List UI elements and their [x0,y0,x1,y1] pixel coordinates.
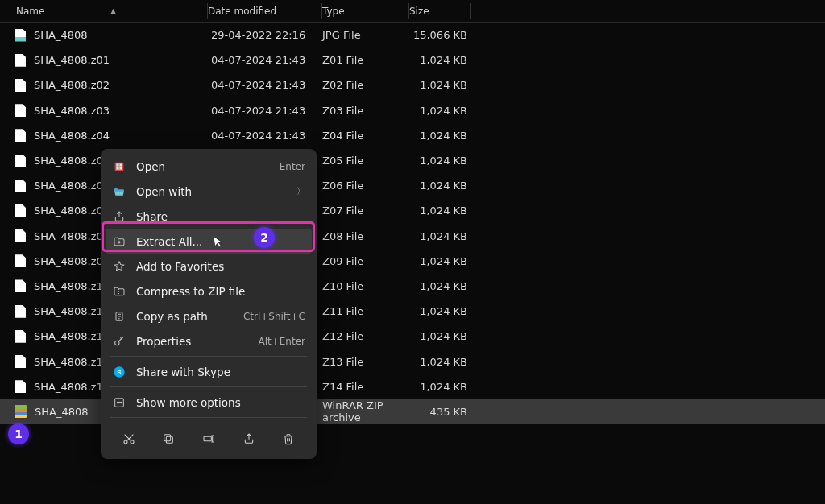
file-date: 04-07-2024 21:43 [208,79,322,91]
file-name: SHA_4808 [34,29,88,41]
file-type: WinRAR ZIP archive [322,399,409,423]
svg-rect-4 [120,167,122,169]
svg-rect-15 [167,436,173,443]
file-name: SHA_4808.z01 [34,54,110,66]
file-size: 1,024 KB [409,356,471,368]
file-icon [15,229,26,242]
file-row[interactable]: SHA_4808.z0404-07-2024 21:43Z04 File1,02… [0,123,825,148]
file-type: Z04 File [322,130,409,142]
file-type: Z01 File [322,54,409,66]
file-row[interactable]: SHA_4808.z0204-07-2024 21:43Z02 File1,02… [0,72,825,97]
file-name: SHA_4808.z14 [34,381,110,393]
context-menu-action-bar [106,420,312,454]
file-name: SHA_4808.z10 [34,280,110,292]
file-name: SHA_4808.z06 [34,180,110,192]
context-menu-more[interactable]: Show more options [106,390,312,415]
file-size: 1,024 KB [409,105,471,117]
copypath-icon [112,310,126,323]
zip-icon [112,285,126,298]
file-type: Z10 File [322,280,409,292]
column-header-type[interactable]: Type [322,0,409,22]
file-size: 15,066 KB [409,29,471,41]
column-header-row: Name ▲ Date modified Type Size [0,0,825,23]
context-menu-zip[interactable]: Compress to ZIP file [106,279,312,304]
share-icon [112,210,126,223]
file-icon [15,279,26,292]
svg-rect-2 [120,163,122,166]
mouse-cursor-icon [214,234,226,249]
delete-button[interactable] [275,427,302,451]
sort-indicator-icon: ▲ [110,7,115,14]
column-header-size[interactable]: Size [409,0,471,22]
context-menu-extract[interactable]: Extract All... [106,229,312,254]
menu-item-shortcut: Alt+Enter [258,336,305,347]
file-icon [15,330,26,343]
file-date: 04-07-2024 21:43 [208,130,322,142]
file-name: SHA_4808.z13 [34,356,110,368]
file-size: 1,024 KB [409,204,471,217]
svg-text:S: S [117,368,122,375]
column-header-date[interactable]: Date modified [208,0,322,22]
menu-item-label: Open with [136,185,287,198]
svg-point-11 [118,402,119,403]
cut-button[interactable] [115,427,143,451]
file-type: Z14 File [322,381,409,393]
menu-item-label: Show more options [136,396,305,409]
file-size: 1,024 KB [409,305,471,317]
svg-rect-16 [164,435,171,441]
more-icon [112,396,126,409]
svg-point-12 [120,402,121,403]
column-header-name[interactable]: Name ▲ [0,0,208,22]
file-icon [15,155,26,167]
context-menu-openwith[interactable]: Open with〉 [106,179,312,204]
file-type: Z08 File [322,230,409,242]
annotation-badge-2: 2 [254,227,275,248]
annotation-badge-1: 1 [8,423,29,444]
file-icon [15,104,26,117]
share-button[interactable] [235,427,263,451]
file-icon [15,129,26,142]
file-size: 1,024 KB [409,230,471,242]
context-menu-share[interactable]: Share [106,204,312,229]
menu-item-label: Share [136,210,305,223]
file-name: SHA_4808.z09 [34,255,110,267]
context-menu-copypath[interactable]: Copy as pathCtrl+Shift+C [106,304,312,328]
file-name: SHA_4808.z11 [34,305,110,317]
file-size: 1,024 KB [409,381,471,393]
context-menu-open[interactable]: OpenEnter [106,154,312,179]
file-icon [15,29,26,42]
star-icon [112,260,126,273]
file-size: 1,024 KB [409,130,471,142]
copy-button[interactable] [155,427,182,451]
file-row[interactable]: SHA_480829-04-2022 22:16JPG File15,066 K… [0,23,825,48]
menu-item-label: Properties [136,335,248,348]
file-size: 1,024 KB [409,255,471,267]
file-size: 1,024 KB [409,280,471,292]
file-type: Z13 File [322,356,409,368]
file-type: Z06 File [322,180,409,192]
file-row[interactable]: SHA_4808.z0304-07-2024 21:43Z03 File1,02… [0,98,825,123]
rename-button[interactable] [195,427,222,451]
context-menu-skype[interactable]: SShare with Skype [106,359,312,384]
menu-item-shortcut: Ctrl+Shift+C [243,311,305,322]
file-name: SHA_4808.z04 [34,130,110,142]
file-name: SHA_4808.z07 [34,204,110,217]
file-row[interactable]: SHA_4808.z0104-07-2024 21:43Z01 File1,02… [0,48,825,72]
context-menu-divider [110,356,307,357]
file-icon [15,254,26,267]
file-icon [15,54,26,67]
menu-item-label: Share with Skype [136,366,305,378]
props-icon [112,335,126,348]
context-menu-props[interactable]: PropertiesAlt+Enter [106,328,312,353]
file-type: Z11 File [322,305,409,317]
file-name: SHA_4808.z03 [34,105,110,117]
file-icon [15,180,26,192]
context-menu-star[interactable]: Add to Favorites [106,254,312,279]
file-type: Z12 File [322,330,409,342]
svg-point-10 [117,402,118,403]
file-date: 04-07-2024 21:43 [208,54,322,66]
file-size: 1,024 KB [409,155,471,167]
file-icon [15,380,26,393]
svg-point-13 [124,440,127,444]
file-name: SHA_4808 [35,406,89,418]
